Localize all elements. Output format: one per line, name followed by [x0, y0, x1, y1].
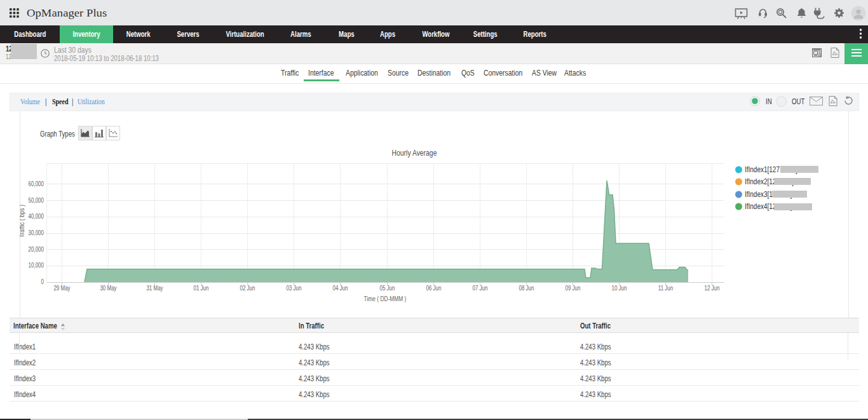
svg-text:29 May: 29 May: [53, 285, 71, 292]
svg-text:11 Jun: 11 Jun: [658, 285, 673, 292]
svg-text:60,000: 60,000: [29, 181, 44, 188]
svg-text:20,000: 20,000: [29, 246, 44, 253]
svg-text:03 Jun: 03 Jun: [287, 285, 302, 292]
svg-text:12 Jun: 12 Jun: [705, 285, 720, 292]
svg-text:07 Jun: 07 Jun: [472, 285, 487, 292]
svg-text:31 May: 31 May: [146, 285, 163, 292]
svg-text:Time ( DD-MMM ): Time ( DD-MMM ): [364, 295, 407, 302]
svg-text:50,000: 50,000: [29, 197, 44, 204]
svg-text:30,000: 30,000: [29, 230, 44, 237]
svg-text:10 Jun: 10 Jun: [612, 285, 627, 292]
svg-text:0: 0: [41, 279, 44, 286]
svg-text:Hourly Average: Hourly Average: [392, 148, 437, 157]
svg-text:04 Jun: 04 Jun: [332, 285, 348, 292]
svg-text:Traffic ( bps ): Traffic ( bps ): [20, 205, 25, 238]
svg-text:10,000: 10,000: [29, 262, 44, 269]
svg-text:02 Jun: 02 Jun: [240, 285, 255, 292]
svg-text:01 Jun: 01 Jun: [194, 285, 209, 292]
svg-text:40,000: 40,000: [29, 213, 44, 220]
svg-text:06 Jun: 06 Jun: [426, 285, 442, 292]
svg-text:09 Jun: 09 Jun: [565, 285, 580, 292]
svg-text:08 Jun: 08 Jun: [519, 285, 534, 292]
svg-text:30 May: 30 May: [100, 285, 117, 292]
svg-text:05 Jun: 05 Jun: [379, 285, 395, 292]
